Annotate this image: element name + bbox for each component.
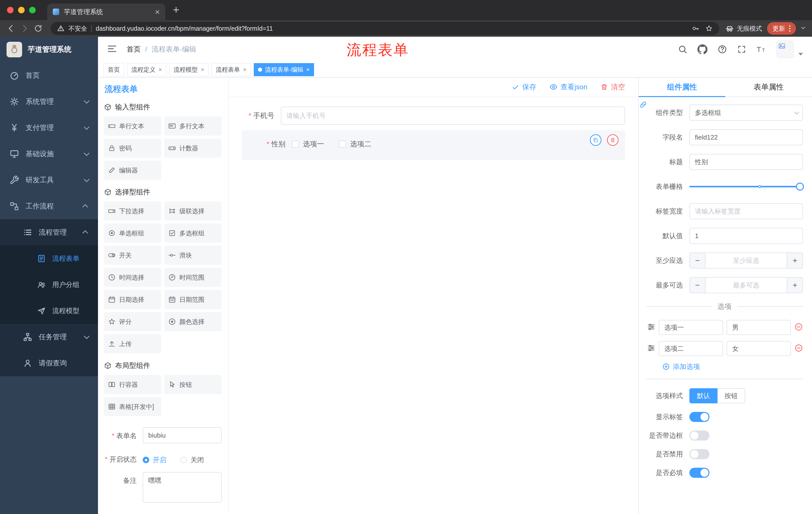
search-icon[interactable] (678, 45, 687, 54)
palette-item-editor[interactable]: 编辑器 (104, 161, 161, 180)
toolbar-chevron-icon[interactable] (800, 25, 807, 32)
title-input[interactable] (689, 154, 803, 170)
gender-field-block[interactable]: 性别 选项一 选项二 (242, 130, 625, 160)
reload-icon[interactable] (33, 23, 44, 34)
sidebar-item-system[interactable]: 系统管理 (0, 88, 98, 115)
clear-button[interactable]: 清空 (601, 82, 625, 92)
sidebar-item-devtools[interactable]: 研发工具 (0, 167, 98, 193)
show-label-switch[interactable] (689, 412, 709, 422)
palette-item-switch[interactable]: 开关 (104, 246, 161, 265)
palette-item-select[interactable]: 下拉选择 (104, 201, 161, 220)
password-key-icon[interactable] (692, 25, 699, 32)
sidebar-item-task-mgmt[interactable]: 任务管理 (0, 324, 98, 350)
status-off-radio[interactable]: 关闭 (180, 455, 204, 464)
window-zoom-button[interactable] (29, 7, 36, 13)
tab-component-props[interactable]: 组件属性 (639, 77, 725, 97)
palette-item-button[interactable]: 按钮 (164, 375, 222, 394)
gender-option1-checkbox[interactable]: 选项一 (292, 139, 324, 149)
update-button[interactable]: 更新 (767, 22, 796, 35)
tag-process-definition[interactable]: 流程定义 × (127, 63, 166, 76)
add-option-button[interactable]: 添加选项 (662, 362, 803, 371)
help-icon[interactable] (718, 45, 727, 54)
browser-tab[interactable]: 芋道管理系统 × (47, 3, 165, 20)
palette-item-input[interactable]: 单行文本 (104, 116, 161, 136)
tag-close-icon[interactable]: × (158, 66, 162, 73)
forward-icon[interactable] (19, 23, 30, 34)
option-label-input[interactable] (659, 320, 723, 335)
palette-item-textarea[interactable]: 多行文本 (164, 116, 222, 136)
sidebar-item-user-group[interactable]: 用户分组 (0, 272, 98, 298)
palette-item-time-picker[interactable]: 时间选择 (104, 268, 161, 287)
address-bar[interactable]: 不安全 dashboard.yudao.iocoder.cn/bpm/manag… (51, 22, 719, 35)
view-json-button[interactable]: 查看json (549, 82, 587, 92)
label-width-input[interactable] (689, 203, 803, 219)
github-icon[interactable] (697, 44, 707, 54)
browser-menu-icon[interactable] (789, 25, 790, 32)
palette-item-counter[interactable]: 计数器 (164, 139, 222, 158)
user-menu-caret-icon[interactable] (799, 53, 803, 56)
status-on-radio[interactable]: 开启 (143, 455, 166, 464)
form-remark-textarea[interactable]: 嘿嘿 (143, 472, 222, 503)
sidebar-item-infra[interactable]: 基础设施 (0, 141, 98, 167)
form-name-input[interactable] (143, 427, 222, 443)
delete-component-button[interactable] (607, 134, 618, 146)
sidebar-toggle-icon[interactable] (107, 44, 117, 55)
window-minimize-button[interactable] (18, 7, 25, 13)
palette-item-radio-group[interactable]: 单选框组 (104, 223, 161, 243)
sidebar-item-home[interactable]: 首页 (0, 62, 98, 88)
save-button[interactable]: 保存 (512, 82, 536, 92)
remove-option-icon[interactable] (794, 323, 803, 332)
tab-close-icon[interactable]: × (155, 7, 160, 16)
option-value-input[interactable] (727, 341, 791, 356)
palette-item-checkbox-group[interactable]: 多选框组 (164, 223, 222, 243)
disabled-switch[interactable] (689, 449, 709, 459)
new-tab-button[interactable]: + (173, 1, 179, 18)
max-select-input[interactable] (705, 278, 787, 293)
palette-item-table[interactable]: 表格[开发中] (104, 397, 161, 416)
fullscreen-icon[interactable] (737, 45, 746, 54)
sidebar-item-leave-query[interactable]: 请假查询 (0, 350, 98, 376)
bookmark-star-icon[interactable] (705, 25, 713, 32)
palette-item-date-picker[interactable]: 日期选择 (104, 290, 161, 309)
palette-item-upload[interactable]: 上传 (104, 334, 161, 353)
sidebar-item-workflow[interactable]: 工作流程 (0, 193, 98, 219)
slider-handle[interactable] (796, 183, 804, 191)
tag-close-icon[interactable]: × (201, 66, 204, 73)
link-icon[interactable] (639, 101, 647, 110)
remove-option-icon[interactable] (794, 344, 803, 353)
drag-handle-icon[interactable] (647, 323, 655, 332)
with-border-switch[interactable] (689, 431, 709, 440)
minus-button[interactable]: − (690, 278, 705, 293)
palette-item-password[interactable]: 密码 (104, 139, 161, 158)
palette-item-row-container[interactable]: 行容器 (104, 375, 161, 394)
tab-form-props[interactable]: 表单属性 (725, 77, 812, 97)
plus-button[interactable]: + (787, 278, 803, 293)
palette-item-cascader[interactable]: 级联选择 (164, 201, 222, 220)
component-type-select[interactable] (689, 105, 803, 121)
tag-process-form[interactable]: 流程表单 × (211, 63, 251, 76)
gender-option2-checkbox[interactable]: 选项二 (339, 139, 371, 149)
drag-handle-icon[interactable] (647, 344, 655, 353)
style-button-button[interactable]: 按钮 (718, 388, 745, 403)
minus-button[interactable]: − (690, 253, 705, 268)
copy-component-button[interactable] (590, 134, 602, 146)
tag-home[interactable]: 首页 (104, 63, 124, 76)
palette-item-time-range[interactable]: 时间范围 (164, 268, 222, 287)
option-label-input[interactable] (659, 341, 723, 356)
default-value-input[interactable] (689, 228, 803, 244)
window-close-button[interactable] (7, 7, 13, 13)
sidebar-item-process-model[interactable]: 流程模型 (0, 298, 98, 324)
plus-button[interactable]: + (787, 253, 803, 268)
tag-close-icon[interactable]: × (243, 66, 246, 73)
tag-process-model[interactable]: 流程模型 × (169, 63, 208, 76)
phone-field-row[interactable]: 手机号 (242, 107, 625, 125)
phone-input[interactable] (281, 107, 625, 125)
breadcrumb-home[interactable]: 首页 (127, 45, 141, 54)
tag-close-icon[interactable]: × (306, 66, 310, 73)
back-icon[interactable] (5, 23, 17, 34)
palette-item-rate[interactable]: 评分 (104, 312, 161, 331)
style-default-button[interactable]: 默认 (689, 388, 718, 403)
palette-item-color-picker[interactable]: 颜色选择 (164, 312, 222, 331)
min-select-input[interactable] (705, 253, 787, 268)
palette-item-date-range[interactable]: 日期范围 (164, 290, 222, 309)
